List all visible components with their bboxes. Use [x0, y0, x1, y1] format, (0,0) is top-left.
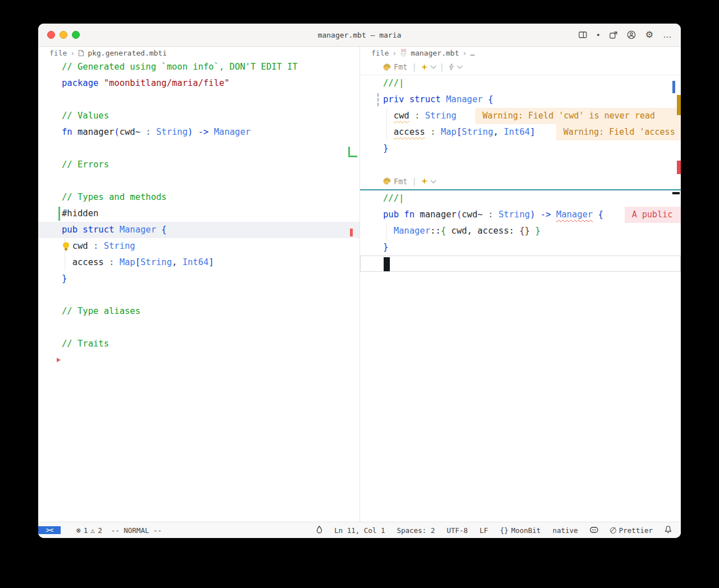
code-line[interactable] — [38, 92, 360, 108]
new-window-icon[interactable] — [609, 31, 617, 39]
code-line[interactable]: // Type aliases — [38, 303, 360, 320]
code-line[interactable]: // Types and methods — [38, 189, 360, 206]
cursor-line[interactable] — [360, 256, 681, 272]
code-line[interactable] — [38, 352, 360, 368]
close-button[interactable] — [47, 31, 55, 39]
code-token: cwd~ — [120, 127, 146, 137]
lightbulb-icon[interactable] — [63, 242, 69, 248]
palette-icon — [383, 63, 391, 71]
code-line[interactable] — [38, 320, 360, 336]
zoom-button[interactable] — [72, 31, 80, 39]
account-icon — [627, 30, 636, 39]
code-line[interactable] — [38, 140, 360, 157]
code-token: ] — [530, 127, 535, 137]
quick-action-codelens[interactable] — [449, 63, 462, 70]
eol-sequence[interactable]: LF — [480, 526, 488, 535]
indent-guide — [386, 223, 387, 239]
account-icon[interactable] — [627, 30, 636, 39]
code-token: Manager — [446, 94, 483, 104]
code-line[interactable]: #hidden — [38, 206, 360, 222]
code-token: { — [161, 225, 166, 235]
code-line[interactable] — [38, 173, 360, 189]
braces-icon: {} — [500, 526, 508, 535]
code-line[interactable]: access : Map[String, Int64] — [38, 254, 360, 271]
remote-icon: >< — [46, 526, 53, 534]
code-token: Manager — [556, 209, 593, 220]
indentation[interactable]: Spaces: 2 — [397, 526, 435, 535]
code-line[interactable]: access : Map[String, Int64]Warning: Fiel… — [360, 124, 681, 140]
titlebar: manager.mbt — maria ● ⚙ … — [38, 24, 681, 47]
code-token: fn — [404, 209, 415, 220]
breadcrumb-folder[interactable]: file — [49, 49, 67, 57]
right-code-a: ///|priv struct Manager { cwd : StringWa… — [360, 75, 681, 173]
code-token — [409, 111, 415, 121]
ai-sparkle-codelens[interactable] — [421, 178, 435, 184]
code-line[interactable] — [38, 287, 360, 303]
more-actions-icon[interactable]: … — [663, 30, 672, 39]
overview-warning-marker — [677, 95, 681, 115]
breadcrumb-file[interactable]: pkg.generated.mbti — [88, 49, 167, 57]
code-line[interactable]: cwd : StringWarning: Field 'cwd' is neve… — [360, 108, 681, 124]
code-token: manager — [415, 209, 457, 220]
code-token: "moonbitlang/maria/file" — [104, 78, 230, 88]
code-token: struct — [409, 94, 441, 104]
code-line[interactable]: // Traits — [38, 336, 360, 352]
code-line[interactable]: fn manager(cwd~ : String) -> Manager — [38, 124, 360, 140]
code-token: // Types and methods — [62, 192, 167, 202]
code-line[interactable]: } — [360, 140, 681, 157]
lightning-bolt-icon — [449, 63, 454, 70]
codelens-separator: | — [440, 62, 444, 71]
build-target[interactable]: native — [553, 526, 578, 535]
cursor-position[interactable]: Ln 11, Col 1 — [334, 526, 385, 535]
droplet-icon[interactable] — [316, 526, 322, 535]
chevron-right-icon: › — [70, 49, 75, 57]
code-token: { — [488, 94, 493, 104]
code-token — [399, 209, 404, 220]
code-line[interactable]: pub fn manager(cwd~ : String) -> Manager… — [360, 207, 681, 223]
bell-icon[interactable] — [665, 526, 672, 535]
code-line[interactable]: } — [38, 271, 360, 287]
code-line[interactable] — [360, 157, 681, 173]
ai-sparkle-codelens[interactable] — [421, 64, 435, 70]
remote-indicator[interactable]: >< — [38, 526, 61, 534]
settings-gear-icon[interactable]: ⚙ — [645, 30, 653, 39]
editor-area: file › pkg.generated.mbti // Generated u… — [38, 47, 681, 522]
code-token: manager — [72, 127, 115, 137]
code-line[interactable]: cwd : String — [38, 238, 360, 254]
code-line[interactable]: // Generated using `moon info`, DON'T ED… — [38, 59, 360, 75]
breadcrumb-file[interactable]: manager.mbt — [411, 49, 459, 57]
breadcrumb-folder[interactable]: file — [371, 49, 389, 57]
code-token: cwd — [394, 111, 409, 121]
copilot-icon[interactable] — [590, 526, 598, 535]
code-token: : — [109, 257, 114, 267]
breadcrumb-more[interactable]: … — [470, 49, 475, 57]
code-token: ] — [208, 257, 213, 267]
code-line[interactable]: ///| — [360, 190, 681, 207]
code-line[interactable]: package "moonbitlang/maria/file" — [38, 75, 360, 92]
fmt-codelens[interactable]: Fmt — [383, 177, 407, 186]
problems-indicator[interactable]: ⊗ 1 ⚠ 2 — [70, 526, 102, 535]
encoding[interactable]: UTF-8 — [447, 526, 468, 535]
chevron-right-icon: › — [392, 49, 397, 57]
code-token: // Type aliases — [62, 306, 140, 316]
code-token: Map — [441, 127, 457, 137]
code-line[interactable]: Manager::{ cwd, access: {} } — [360, 223, 681, 239]
language-mode[interactable]: {} MoonBit — [500, 526, 541, 535]
code-line[interactable]: // Errors — [38, 157, 360, 173]
traffic-lights — [38, 31, 80, 39]
fmt-codelens[interactable]: Fmt — [383, 62, 407, 71]
editor-layout-icon[interactable] — [579, 31, 587, 38]
code-line[interactable]: } — [360, 239, 681, 256]
code-token — [156, 225, 161, 235]
code-token — [383, 226, 394, 236]
code-token: Int64 — [183, 257, 209, 267]
code-token — [420, 111, 425, 121]
prettier-indicator[interactable]: Prettier — [610, 526, 653, 535]
green-corner-marker — [348, 147, 357, 157]
code-line[interactable]: pub struct Manager { — [38, 222, 360, 238]
code-line[interactable]: // Values — [38, 108, 360, 124]
statusbar: >< ⊗ 1 ⚠ 2 -- NORMAL -- Ln 11, Col 1 Spa… — [38, 522, 681, 538]
minimize-button[interactable] — [60, 31, 67, 39]
code-line[interactable]: ///| — [360, 75, 681, 92]
code-line[interactable]: priv struct Manager { — [360, 92, 681, 108]
